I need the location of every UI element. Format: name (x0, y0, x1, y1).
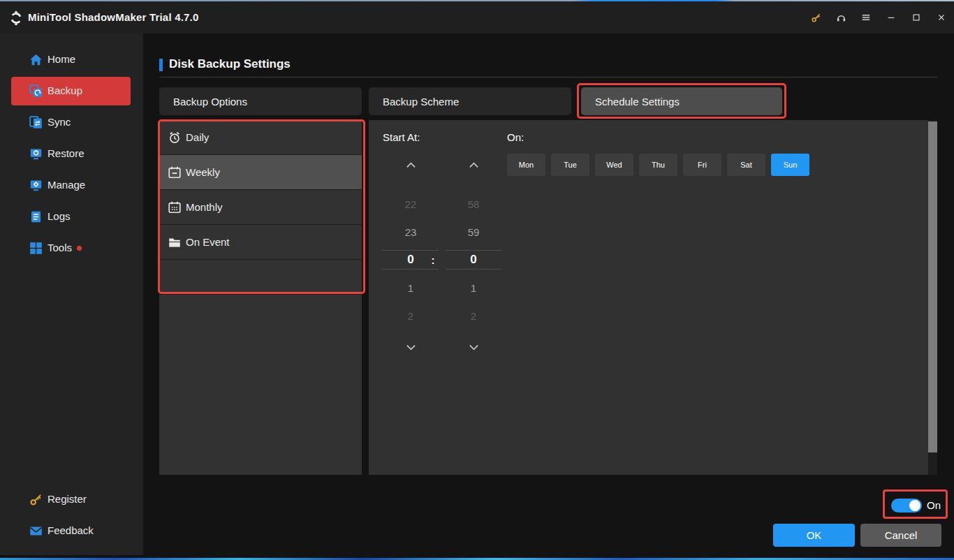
calendar-month-icon (168, 200, 182, 214)
titlebar-buttons (803, 1, 954, 34)
minute-option[interactable]: 1 (446, 281, 501, 295)
sync-icon (29, 116, 43, 129)
toggle-state-label: On (927, 499, 941, 511)
key-icon (29, 493, 43, 506)
sidebar-item-backup[interactable]: Backup (0, 75, 143, 107)
app-title: MiniTool ShadowMaker Trial 4.7.0 (28, 11, 199, 23)
scrollbar-thumb[interactable] (928, 121, 937, 452)
backup-icon (29, 84, 43, 98)
schedule-toggle[interactable] (891, 499, 922, 513)
schedule-item-on-event[interactable]: On Event (159, 225, 362, 260)
on-days-label: On: (507, 131, 524, 143)
tab-backup-scheme[interactable]: Backup Scheme (369, 87, 571, 115)
sidebar-item-label: Sync (47, 116, 71, 128)
sidebar-item-feedback[interactable]: Feedback (0, 515, 143, 547)
home-icon (29, 53, 43, 66)
sidebar-item-sync[interactable]: Sync (0, 107, 143, 138)
schedule-item-empty (159, 260, 362, 295)
hour-option[interactable]: 2 (383, 309, 439, 323)
scrollbar-track[interactable] (928, 120, 937, 475)
folder-icon (168, 235, 182, 249)
close-icon[interactable] (929, 1, 954, 34)
day-button-tue[interactable]: Tue (551, 154, 589, 176)
logs-icon (29, 210, 43, 223)
minute-up-icon[interactable] (446, 162, 501, 170)
schedule-item-label: Monthly (186, 201, 223, 213)
sidebar-item-label: Register (47, 493, 87, 505)
titlebar: MiniTool ShadowMaker Trial 4.7.0 (0, 1, 954, 34)
alarm-clock-icon (168, 131, 182, 145)
tab-label: Backup Options (173, 96, 247, 108)
sidebar-item-label: Logs (47, 210, 71, 222)
sidebar-item-register[interactable]: Register (0, 484, 143, 515)
maximize-icon[interactable] (904, 1, 929, 34)
day-button-mon[interactable]: Mon (507, 154, 545, 176)
page-title: Disk Backup Settings (169, 57, 291, 71)
tab-label: Schedule Settings (595, 96, 680, 108)
hour-option[interactable]: 22 (383, 198, 439, 212)
toggle-knob (909, 500, 920, 511)
tab-schedule-settings[interactable]: Schedule Settings (581, 87, 782, 115)
sidebar-item-label: Tools (47, 242, 72, 253)
minimize-icon[interactable] (879, 1, 904, 34)
weekly-settings-panel: Start At: 22 23 0 1 2 : 58 59 0 1 2 On: … (369, 120, 937, 475)
sidebar-item-manage[interactable]: Manage (0, 170, 143, 201)
schedule-item-weekly[interactable]: Weekly (159, 155, 362, 190)
day-button-sun[interactable]: Sun (771, 154, 809, 176)
hour-up-icon[interactable] (383, 162, 439, 170)
minute-option[interactable]: 59 (446, 226, 501, 240)
minute-option[interactable]: 58 (446, 198, 501, 212)
manage-icon (29, 179, 43, 192)
day-button-wed[interactable]: Wed (595, 154, 633, 176)
tools-icon (29, 242, 43, 255)
sidebar-item-label: Restore (47, 147, 85, 159)
notification-dot (77, 246, 82, 251)
calendar-week-icon (168, 165, 182, 179)
schedule-item-monthly[interactable]: Monthly (159, 190, 362, 225)
sidebar-item-label: Home (47, 53, 75, 65)
weekday-buttons: Mon Tue Wed Thu Fri Sat Sun (507, 154, 809, 176)
app-window: MiniTool ShadowMaker Trial 4.7.0 (0, 0, 954, 560)
start-at-label: Start At: (383, 131, 420, 143)
hour-down-icon[interactable] (383, 344, 439, 353)
sidebar: Home Backup Sync (0, 34, 143, 555)
menu-icon[interactable] (853, 1, 879, 34)
key-icon[interactable] (803, 1, 828, 34)
ok-button[interactable]: OK (773, 524, 855, 547)
cancel-button[interactable]: Cancel (860, 524, 941, 547)
schedule-item-label: On Event (186, 236, 230, 248)
app-logo-icon (8, 10, 24, 26)
schedule-item-label: Daily (186, 131, 209, 143)
day-button-sat[interactable]: Sat (727, 154, 765, 176)
page-title-accent (159, 59, 163, 71)
sidebar-item-label: Backup (47, 84, 82, 96)
sidebar-item-tools[interactable]: Tools (0, 233, 143, 264)
schedule-item-daily[interactable]: Daily (159, 120, 362, 155)
day-button-thu[interactable]: Thu (639, 154, 677, 176)
minute-selected-value[interactable]: 0 (446, 250, 501, 270)
tab-label: Backup Scheme (383, 96, 459, 108)
minute-down-icon[interactable] (446, 344, 501, 353)
sidebar-item-label: Manage (47, 179, 85, 191)
hour-option[interactable]: 1 (383, 281, 439, 295)
sidebar-item-logs[interactable]: Logs (0, 201, 143, 233)
header-divider (159, 77, 937, 78)
tab-backup-options[interactable]: Backup Options (159, 87, 362, 115)
schedule-type-panel: Daily Weekly Monthly (159, 120, 362, 475)
hour-option[interactable]: 23 (383, 226, 439, 240)
sidebar-item-restore[interactable]: Restore (0, 138, 143, 170)
minute-option[interactable]: 2 (446, 309, 501, 323)
headset-icon[interactable] (828, 1, 853, 34)
time-colon: : (429, 253, 437, 267)
sidebar-item-label: Feedback (47, 524, 94, 536)
sidebar-item-home[interactable]: Home (0, 44, 143, 75)
day-button-fri[interactable]: Fri (683, 154, 721, 176)
schedule-item-label: Weekly (186, 166, 220, 178)
envelope-icon (29, 524, 43, 538)
restore-icon (29, 147, 43, 161)
